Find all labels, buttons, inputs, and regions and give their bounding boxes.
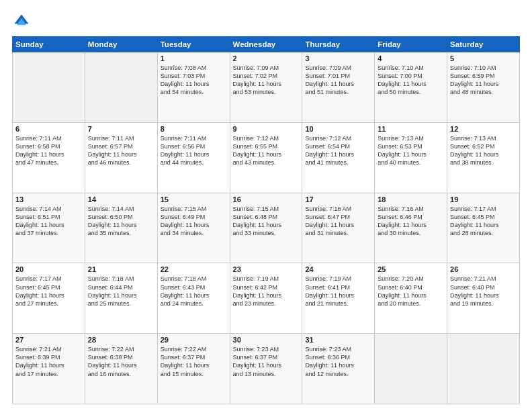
- day-info: Sunrise: 7:18 AMSunset: 6:43 PMDaylight:…: [161, 275, 227, 308]
- weekday-header-friday: Friday: [375, 37, 447, 52]
- day-info: Sunrise: 7:23 AMSunset: 6:37 PMDaylight:…: [233, 345, 300, 378]
- day-info: Sunrise: 7:12 AMSunset: 6:55 PMDaylight:…: [233, 134, 300, 167]
- day-info: Sunrise: 7:13 AMSunset: 6:53 PMDaylight:…: [378, 134, 444, 167]
- weekday-header-wednesday: Wednesday: [230, 37, 302, 52]
- day-info: Sunrise: 7:17 AMSunset: 6:45 PMDaylight:…: [15, 275, 82, 308]
- day-number: 11: [378, 125, 444, 133]
- weekday-header-tuesday: Tuesday: [157, 37, 230, 52]
- day-info: Sunrise: 7:20 AMSunset: 6:40 PMDaylight:…: [378, 275, 444, 308]
- calendar-cell: 28Sunrise: 7:22 AMSunset: 6:38 PMDayligh…: [85, 334, 157, 404]
- header: [12, 12, 520, 31]
- day-number: 31: [305, 336, 371, 344]
- day-number: 10: [305, 125, 371, 133]
- day-info: Sunrise: 7:09 AMSunset: 7:01 PMDaylight:…: [305, 64, 371, 97]
- calendar-cell: 1Sunrise: 7:08 AMSunset: 7:03 PMDaylight…: [157, 52, 230, 123]
- calendar-cell: 9Sunrise: 7:12 AMSunset: 6:55 PMDaylight…: [230, 122, 302, 193]
- calendar: SundayMondayTuesdayWednesdayThursdayFrid…: [12, 36, 520, 404]
- day-number: 19: [450, 195, 517, 203]
- day-number: 23: [233, 265, 300, 273]
- day-number: 1: [161, 54, 227, 62]
- day-info: Sunrise: 7:11 AMSunset: 6:57 PMDaylight:…: [88, 134, 154, 167]
- calendar-cell: 19Sunrise: 7:17 AMSunset: 6:45 PMDayligh…: [447, 193, 520, 263]
- day-info: Sunrise: 7:17 AMSunset: 6:45 PMDaylight:…: [450, 205, 517, 238]
- day-info: Sunrise: 7:12 AMSunset: 6:54 PMDaylight:…: [305, 134, 371, 167]
- day-number: 28: [88, 336, 154, 344]
- day-info: Sunrise: 7:09 AMSunset: 7:02 PMDaylight:…: [233, 64, 300, 97]
- week-row-2: 6Sunrise: 7:11 AMSunset: 6:58 PMDaylight…: [13, 122, 520, 193]
- calendar-cell: 15Sunrise: 7:15 AMSunset: 6:49 PMDayligh…: [157, 193, 230, 263]
- weekday-header-row: SundayMondayTuesdayWednesdayThursdayFrid…: [13, 37, 520, 52]
- weekday-header-thursday: Thursday: [302, 37, 375, 52]
- calendar-cell: 14Sunrise: 7:14 AMSunset: 6:50 PMDayligh…: [85, 193, 157, 263]
- calendar-cell: 12Sunrise: 7:13 AMSunset: 6:52 PMDayligh…: [447, 122, 520, 193]
- calendar-cell: 6Sunrise: 7:11 AMSunset: 6:58 PMDaylight…: [13, 122, 85, 193]
- calendar-cell: 3Sunrise: 7:09 AMSunset: 7:01 PMDaylight…: [302, 52, 375, 123]
- day-number: 27: [15, 336, 82, 344]
- day-info: Sunrise: 7:22 AMSunset: 6:38 PMDaylight:…: [88, 345, 154, 378]
- day-info: Sunrise: 7:18 AMSunset: 6:44 PMDaylight:…: [88, 275, 154, 308]
- calendar-cell: [13, 52, 85, 123]
- day-info: Sunrise: 7:23 AMSunset: 6:36 PMDaylight:…: [305, 345, 371, 378]
- day-info: Sunrise: 7:11 AMSunset: 6:58 PMDaylight:…: [15, 134, 82, 167]
- day-number: 26: [450, 265, 517, 273]
- calendar-cell: 8Sunrise: 7:11 AMSunset: 6:56 PMDaylight…: [157, 122, 230, 193]
- day-number: 13: [15, 195, 82, 203]
- weekday-header-saturday: Saturday: [447, 37, 520, 52]
- calendar-cell: 20Sunrise: 7:17 AMSunset: 6:45 PMDayligh…: [13, 263, 85, 334]
- day-info: Sunrise: 7:10 AMSunset: 7:00 PMDaylight:…: [378, 64, 444, 97]
- calendar-cell: 22Sunrise: 7:18 AMSunset: 6:43 PMDayligh…: [157, 263, 230, 334]
- day-number: 15: [161, 195, 227, 203]
- day-info: Sunrise: 7:16 AMSunset: 6:47 PMDaylight:…: [305, 205, 371, 238]
- day-number: 30: [233, 336, 300, 344]
- day-number: 7: [88, 125, 154, 133]
- day-number: 29: [161, 336, 227, 344]
- week-row-1: 1Sunrise: 7:08 AMSunset: 7:03 PMDaylight…: [13, 52, 520, 123]
- day-info: Sunrise: 7:15 AMSunset: 6:49 PMDaylight:…: [161, 205, 227, 238]
- calendar-cell: 26Sunrise: 7:21 AMSunset: 6:40 PMDayligh…: [447, 263, 520, 334]
- day-number: 5: [450, 54, 517, 62]
- day-info: Sunrise: 7:16 AMSunset: 6:46 PMDaylight:…: [378, 205, 444, 238]
- calendar-cell: [375, 334, 447, 404]
- calendar-cell: 21Sunrise: 7:18 AMSunset: 6:44 PMDayligh…: [85, 263, 157, 334]
- calendar-cell: 18Sunrise: 7:16 AMSunset: 6:46 PMDayligh…: [375, 193, 447, 263]
- day-info: Sunrise: 7:21 AMSunset: 6:40 PMDaylight:…: [450, 275, 517, 308]
- page: SundayMondayTuesdayWednesdayThursdayFrid…: [0, 0, 532, 411]
- calendar-cell: 7Sunrise: 7:11 AMSunset: 6:57 PMDaylight…: [85, 122, 157, 193]
- day-number: 3: [305, 54, 371, 62]
- day-number: 17: [305, 195, 371, 203]
- day-number: 9: [233, 125, 300, 133]
- day-number: 12: [450, 125, 517, 133]
- day-info: Sunrise: 7:15 AMSunset: 6:48 PMDaylight:…: [233, 205, 300, 238]
- calendar-cell: 27Sunrise: 7:21 AMSunset: 6:39 PMDayligh…: [13, 334, 85, 404]
- calendar-cell: 24Sunrise: 7:19 AMSunset: 6:41 PMDayligh…: [302, 263, 375, 334]
- calendar-cell: 29Sunrise: 7:22 AMSunset: 6:37 PMDayligh…: [157, 334, 230, 404]
- calendar-cell: 11Sunrise: 7:13 AMSunset: 6:53 PMDayligh…: [375, 122, 447, 193]
- day-number: 4: [378, 54, 444, 62]
- week-row-5: 27Sunrise: 7:21 AMSunset: 6:39 PMDayligh…: [13, 334, 520, 404]
- calendar-cell: 5Sunrise: 7:10 AMSunset: 6:59 PMDaylight…: [447, 52, 520, 123]
- calendar-cell: [447, 334, 520, 404]
- day-info: Sunrise: 7:21 AMSunset: 6:39 PMDaylight:…: [15, 345, 82, 378]
- calendar-cell: 17Sunrise: 7:16 AMSunset: 6:47 PMDayligh…: [302, 193, 375, 263]
- day-number: 20: [15, 265, 82, 273]
- day-number: 24: [305, 265, 371, 273]
- calendar-cell: 4Sunrise: 7:10 AMSunset: 7:00 PMDaylight…: [375, 52, 447, 123]
- calendar-cell: 30Sunrise: 7:23 AMSunset: 6:37 PMDayligh…: [230, 334, 302, 404]
- day-info: Sunrise: 7:13 AMSunset: 6:52 PMDaylight:…: [450, 134, 517, 167]
- weekday-header-monday: Monday: [85, 37, 157, 52]
- calendar-cell: 25Sunrise: 7:20 AMSunset: 6:40 PMDayligh…: [375, 263, 447, 334]
- week-row-3: 13Sunrise: 7:14 AMSunset: 6:51 PMDayligh…: [13, 193, 520, 263]
- day-number: 16: [233, 195, 300, 203]
- day-info: Sunrise: 7:22 AMSunset: 6:37 PMDaylight:…: [161, 345, 227, 378]
- calendar-cell: [85, 52, 157, 123]
- logo-icon: [12, 12, 31, 31]
- day-info: Sunrise: 7:08 AMSunset: 7:03 PMDaylight:…: [161, 64, 227, 97]
- day-info: Sunrise: 7:19 AMSunset: 6:42 PMDaylight:…: [233, 275, 300, 308]
- calendar-cell: 13Sunrise: 7:14 AMSunset: 6:51 PMDayligh…: [13, 193, 85, 263]
- calendar-cell: 23Sunrise: 7:19 AMSunset: 6:42 PMDayligh…: [230, 263, 302, 334]
- day-number: 22: [161, 265, 227, 273]
- calendar-cell: 16Sunrise: 7:15 AMSunset: 6:48 PMDayligh…: [230, 193, 302, 263]
- day-number: 25: [378, 265, 444, 273]
- day-info: Sunrise: 7:14 AMSunset: 6:50 PMDaylight:…: [88, 205, 154, 238]
- logo: [12, 12, 34, 31]
